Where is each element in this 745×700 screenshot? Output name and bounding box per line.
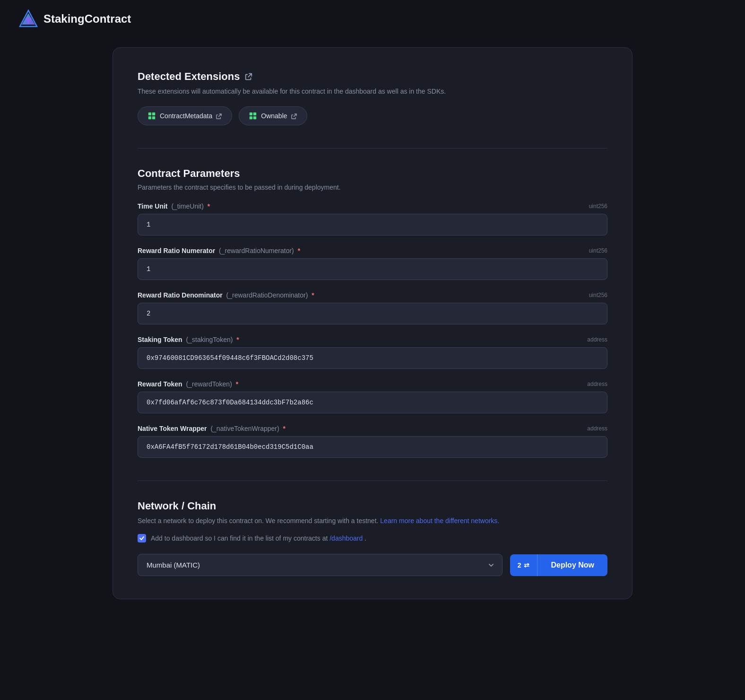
- network-chain-section: Network / Chain Select a network to depl…: [138, 500, 607, 576]
- field-label-native-token: Native Token Wrapper (_nativeTokenWrappe…: [138, 425, 286, 432]
- field-label-row-reward-numerator: Reward Ratio Numerator (_rewardRatioNume…: [138, 247, 607, 254]
- field-type-reward-token: address: [587, 381, 607, 387]
- field-label-reward-denominator: Reward Ratio Denominator (_rewardRatioDe…: [138, 291, 314, 299]
- checkbox-checkmark-icon: [139, 535, 145, 541]
- deploy-now-button[interactable]: Deploy Now: [537, 554, 607, 576]
- extension-badge-ownable[interactable]: Ownable: [239, 106, 307, 125]
- svg-rect-5: [148, 116, 151, 119]
- field-label-staking-token: Staking Token (_stakingToken) *: [138, 336, 239, 343]
- input-reward-numerator[interactable]: [138, 258, 607, 280]
- field-group-reward-numerator: Reward Ratio Numerator (_rewardRatioNume…: [138, 247, 607, 280]
- chain-count-button[interactable]: 2 ⇄: [510, 554, 538, 576]
- network-select-wrapper: Mumbai (MATIC) Ethereum Mainnet Polygon …: [138, 554, 502, 576]
- network-select[interactable]: Mumbai (MATIC) Ethereum Mainnet Polygon …: [138, 554, 502, 576]
- field-label-row-staking-token: Staking Token (_stakingToken) * address: [138, 336, 607, 343]
- svg-rect-7: [250, 113, 252, 115]
- svg-rect-9: [250, 116, 252, 119]
- deploy-card: Detected Extensions These extensions wil…: [113, 47, 632, 599]
- dashboard-checkbox-row: Add to dashboard so I can find it in the…: [138, 534, 607, 542]
- ownable-external-icon: [291, 113, 297, 119]
- contract-parameters-subtitle: Parameters the contract specifies to be …: [138, 184, 607, 191]
- field-label-row-time-unit: Time Unit (_timeUnit) * uint256: [138, 202, 607, 210]
- field-type-staking-token: address: [587, 336, 607, 343]
- deploy-row: Mumbai (MATIC) Ethereum Mainnet Polygon …: [138, 554, 607, 576]
- dashboard-checkbox[interactable]: [138, 534, 146, 542]
- svg-rect-6: [152, 116, 155, 119]
- field-type-reward-denominator: uint256: [589, 292, 607, 298]
- deploy-button-group: 2 ⇄ Deploy Now: [510, 554, 607, 576]
- input-native-token[interactable]: [138, 436, 607, 458]
- learn-more-link[interactable]: Learn more about the different networks.: [380, 517, 499, 525]
- divider-2: [138, 481, 607, 481]
- svg-rect-10: [253, 116, 256, 119]
- field-label-time-unit: Time Unit (_timeUnit) *: [138, 202, 210, 210]
- field-label-row-reward-token: Reward Token (_rewardToken) * address: [138, 380, 607, 388]
- field-group-reward-token: Reward Token (_rewardToken) * address: [138, 380, 607, 413]
- extension-badge-contractmetadata[interactable]: ContractMetadata: [138, 106, 232, 125]
- field-label-row-native-token: Native Token Wrapper (_nativeTokenWrappe…: [138, 425, 607, 432]
- main-content: Detected Extensions These extensions wil…: [0, 38, 745, 700]
- app-logo-icon: [19, 9, 38, 28]
- detected-extensions-section: Detected Extensions These extensions wil…: [138, 70, 607, 125]
- field-label-reward-numerator: Reward Ratio Numerator (_rewardRatioNume…: [138, 247, 300, 254]
- contract-parameters-section: Contract Parameters Parameters the contr…: [138, 167, 607, 458]
- input-staking-token[interactable]: [138, 347, 607, 369]
- app-header: StakingContract: [0, 0, 745, 38]
- input-reward-token[interactable]: [138, 392, 607, 413]
- field-group-time-unit: Time Unit (_timeUnit) * uint256: [138, 202, 607, 236]
- field-type-time-unit: uint256: [589, 203, 607, 210]
- network-description: Select a network to deploy this contract…: [138, 517, 607, 525]
- field-type-native-token: address: [587, 425, 607, 432]
- contractmetadata-grid-icon: [147, 112, 156, 120]
- checkbox-label: Add to dashboard so I can find it in the…: [151, 534, 366, 542]
- chain-swap-icon: ⇄: [524, 561, 529, 569]
- dashboard-link[interactable]: /dashboard: [329, 534, 364, 542]
- extensions-list: ContractMetadata Ownable: [138, 106, 607, 125]
- contractmetadata-external-icon: [216, 113, 222, 119]
- detected-extensions-title: Detected Extensions: [138, 70, 607, 83]
- field-group-staking-token: Staking Token (_stakingToken) * address: [138, 336, 607, 369]
- detected-extensions-subtitle: These extensions will automatically be a…: [138, 88, 607, 95]
- divider-1: [138, 148, 607, 149]
- field-group-reward-denominator: Reward Ratio Denominator (_rewardRatioDe…: [138, 291, 607, 324]
- field-type-reward-numerator: uint256: [589, 247, 607, 254]
- contract-parameters-title: Contract Parameters: [138, 167, 607, 180]
- field-label-row-reward-denominator: Reward Ratio Denominator (_rewardRatioDe…: [138, 291, 607, 299]
- svg-rect-4: [152, 113, 155, 115]
- network-chain-title: Network / Chain: [138, 500, 607, 512]
- extensions-external-link-icon: [244, 72, 253, 81]
- input-time-unit[interactable]: [138, 214, 607, 236]
- ownable-grid-icon: [249, 112, 257, 120]
- svg-rect-3: [148, 113, 151, 115]
- field-group-native-token: Native Token Wrapper (_nativeTokenWrappe…: [138, 425, 607, 458]
- field-label-reward-token: Reward Token (_rewardToken) *: [138, 380, 238, 388]
- app-title: StakingContract: [43, 12, 131, 26]
- svg-rect-8: [253, 113, 256, 115]
- input-reward-denominator[interactable]: [138, 303, 607, 324]
